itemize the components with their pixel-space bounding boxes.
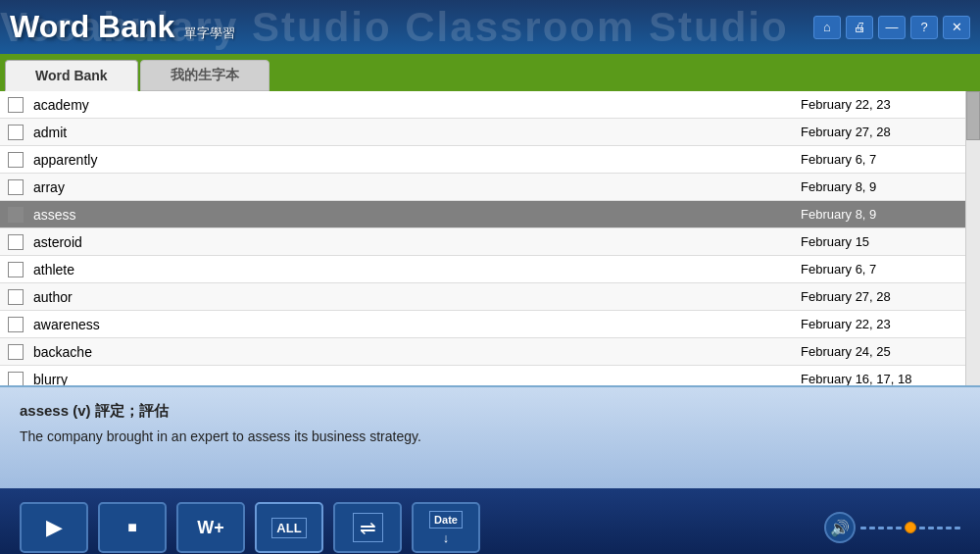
print-icon-btn[interactable]: 🖨 <box>846 16 873 39</box>
home-icon-btn[interactable]: ⌂ <box>813 16 841 39</box>
toolbar: ▶ ■ W+ ALL ⇌ Date ↓ 🔊 <box>0 488 980 554</box>
header: Vocabulary Studio Classroom Studio Word … <box>0 0 980 54</box>
main-content: academyFebruary 22, 23admitFebruary 27, … <box>0 91 980 385</box>
vol-seg-9 <box>937 527 943 529</box>
tab-word-bank[interactable]: Word Bank <box>5 60 138 91</box>
word-row[interactable]: academyFebruary 22, 23 <box>0 91 965 119</box>
word-row[interactable]: admitFebruary 27, 28 <box>0 119 965 146</box>
word-text: backache <box>33 344 801 360</box>
all-button[interactable]: ALL <box>255 502 323 553</box>
help-icon-btn[interactable]: ? <box>910 16 938 39</box>
word-row[interactable]: athleteFebruary 6, 7 <box>0 256 965 283</box>
app-name: Word Bank <box>10 9 174 45</box>
word-checkbox[interactable] <box>8 179 24 195</box>
date-sort-button[interactable]: Date ↓ <box>412 502 480 553</box>
date-label: Date <box>429 511 463 529</box>
minimize-icon-btn[interactable]: — <box>878 16 906 39</box>
volume-bar <box>860 522 960 533</box>
vol-seg-5 <box>896 527 902 529</box>
word-checkbox[interactable] <box>8 262 24 277</box>
word-date: February 15 <box>801 234 957 249</box>
volume-control: 🔊 <box>824 512 960 543</box>
word-row[interactable]: blurryFebruary 16, 17, 18 <box>0 366 965 385</box>
header-icons: ⌂ 🖨 — ? ✕ <box>813 16 970 39</box>
play-button[interactable]: ▶ <box>20 502 88 553</box>
word-date: February 27, 28 <box>801 125 957 139</box>
tab-bar: Word Bank 我的生字本 <box>0 54 980 91</box>
word-row[interactable]: authorFebruary 27, 28 <box>0 283 965 311</box>
word-checkbox[interactable] <box>8 289 24 305</box>
word-text: blurry <box>33 372 801 386</box>
word-date: February 24, 25 <box>801 344 957 359</box>
vol-seg-11 <box>955 527 960 529</box>
shuffle-icon: ⇌ <box>353 513 383 542</box>
word-text: assess <box>33 207 801 223</box>
word-row[interactable]: backacheFebruary 24, 25 <box>0 338 965 366</box>
word-list[interactable]: academyFebruary 22, 23admitFebruary 27, … <box>0 91 965 385</box>
word-date: February 22, 23 <box>801 317 957 331</box>
word-text: asteroid <box>33 234 801 250</box>
vol-seg-1 <box>860 527 866 529</box>
word-row[interactable]: arrayFebruary 8, 9 <box>0 174 965 201</box>
vol-seg-4 <box>887 527 893 529</box>
word-checkbox[interactable] <box>8 372 24 386</box>
word-row[interactable]: asteroidFebruary 15 <box>0 228 965 256</box>
word-checkbox[interactable] <box>8 234 24 250</box>
word-checkbox[interactable] <box>8 125 24 140</box>
word-checkbox[interactable] <box>8 97 24 113</box>
word-row[interactable]: apparentlyFebruary 6, 7 <box>0 146 965 174</box>
stop-button[interactable]: ■ <box>98 502 167 553</box>
word-checkbox[interactable] <box>8 207 24 223</box>
word-date: February 6, 7 <box>801 262 957 277</box>
word-checkbox[interactable] <box>8 344 24 360</box>
vol-seg-10 <box>946 527 952 529</box>
word-row[interactable]: awarenessFebruary 22, 23 <box>0 311 965 338</box>
app-subtitle: 單字學習 <box>184 25 235 42</box>
app-title: Word Bank 單字學習 <box>10 9 235 45</box>
word-checkbox[interactable] <box>8 317 24 332</box>
scrollbar[interactable] <box>965 91 980 385</box>
word-date: February 8, 9 <box>801 179 957 194</box>
definition-area: assess (v) 評定；評估 The company brought in … <box>0 385 980 488</box>
word-text: array <box>33 179 801 195</box>
word-text: apparently <box>33 152 801 168</box>
word-text: athlete <box>33 262 801 277</box>
vol-seg-3 <box>878 527 884 529</box>
word-text: academy <box>33 97 801 113</box>
word-text: author <box>33 289 801 305</box>
word-row[interactable]: assessFebruary 8, 9 <box>0 201 965 228</box>
sort-icon: ↓ <box>443 530 450 545</box>
vol-seg-8 <box>928 527 934 529</box>
word-date: February 16, 17, 18 <box>801 372 957 385</box>
scrollbar-thumb[interactable] <box>966 91 980 140</box>
word-text: admit <box>33 125 801 140</box>
word-checkbox[interactable] <box>8 152 24 168</box>
word-date: February 8, 9 <box>801 207 957 222</box>
vol-seg-7 <box>919 527 925 529</box>
word-date: February 6, 7 <box>801 152 957 167</box>
close-icon-btn[interactable]: ✕ <box>943 16 970 39</box>
volume-knob[interactable] <box>905 522 916 533</box>
volume-icon[interactable]: 🔊 <box>824 512 856 543</box>
word-date: February 22, 23 <box>801 97 957 112</box>
shuffle-button[interactable]: ⇌ <box>333 502 402 553</box>
definition-sentence: The company brought in an expert to asse… <box>20 428 960 444</box>
definition-word: assess (v) 評定；評估 <box>20 402 960 421</box>
word-date: February 27, 28 <box>801 289 957 304</box>
vol-seg-2 <box>869 527 875 529</box>
tab-my-vocab[interactable]: 我的生字本 <box>140 60 270 91</box>
word-text: awareness <box>33 317 801 332</box>
add-word-button[interactable]: W+ <box>176 502 245 553</box>
